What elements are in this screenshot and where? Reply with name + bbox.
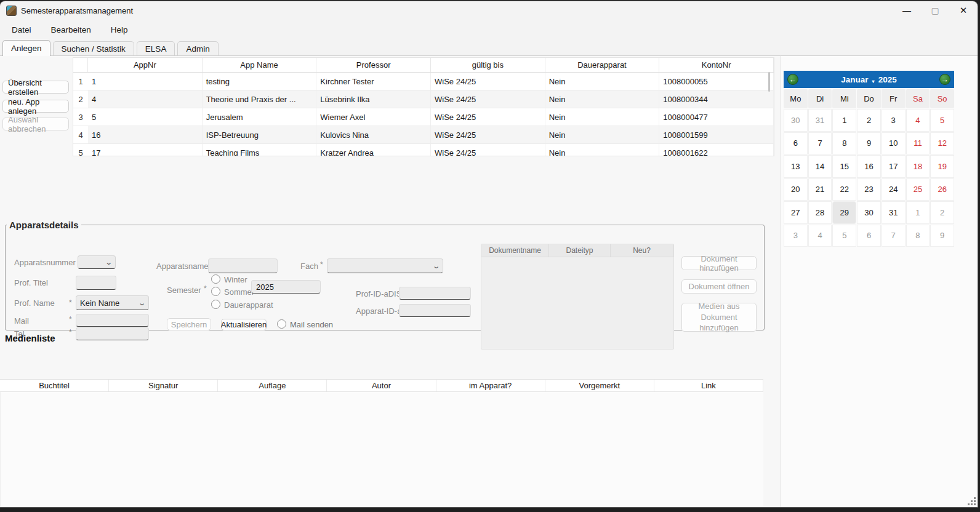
calendar-day[interactable]: 14 bbox=[808, 155, 832, 178]
calendar-month[interactable]: Januar bbox=[841, 75, 868, 84]
sidebar-button-3[interactable]: Auswahl abbrechen bbox=[2, 118, 69, 130]
minimize-button[interactable]: — bbox=[893, 1, 921, 20]
calendar-day[interactable]: 23 bbox=[857, 178, 881, 201]
calendar-day[interactable]: 3 bbox=[784, 225, 808, 247]
apps-table-scrollbar[interactable] bbox=[768, 58, 771, 154]
calendar-day[interactable]: 7 bbox=[808, 132, 832, 155]
table-row[interactable]: 416ISP-BetreuungKulovics NinaWiSe 24/25N… bbox=[73, 126, 774, 144]
apparatsname-input[interactable] bbox=[208, 258, 278, 273]
maximize-button[interactable]: ▢ bbox=[921, 1, 949, 20]
calendar-title[interactable]: Januar▾ 2025 bbox=[841, 75, 896, 84]
calendar-day[interactable]: 25 bbox=[906, 178, 930, 201]
medien-aus-dokument-button[interactable]: Medien aus Dokument hinzufügen bbox=[681, 303, 757, 332]
winter-radio[interactable] bbox=[211, 274, 220, 284]
prof-titel-input[interactable] bbox=[76, 276, 116, 290]
media-col-header[interactable]: im Apparat? bbox=[436, 380, 545, 391]
mail-senden-checkbox[interactable] bbox=[277, 319, 286, 329]
scrollbar-thumb[interactable] bbox=[768, 72, 770, 92]
calendar-day[interactable]: 30 bbox=[784, 109, 808, 132]
apps-col-header[interactable]: Dauerapparat bbox=[545, 58, 660, 72]
calendar-day[interactable]: 7 bbox=[882, 225, 906, 247]
calendar-day-today[interactable]: 29 bbox=[832, 201, 856, 224]
apps-col-header[interactable]: AppNr bbox=[88, 58, 203, 72]
doc-col-header[interactable]: Dateityp bbox=[549, 244, 611, 257]
calendar-next-icon[interactable]: → bbox=[939, 74, 950, 85]
calendar-day[interactable]: 6 bbox=[784, 132, 808, 155]
menu-item-bearbeiten[interactable]: Bearbeiten bbox=[49, 23, 94, 36]
media-col-header[interactable]: Link bbox=[654, 380, 763, 391]
calendar-day[interactable]: 30 bbox=[857, 201, 881, 224]
calendar-day[interactable]: 17 bbox=[882, 155, 906, 178]
dauerapparat-radio[interactable] bbox=[211, 300, 220, 309]
table-row[interactable]: 11testingKirchner TesterWiSe 24/25Nein10… bbox=[73, 73, 774, 90]
sidebar-button-2[interactable]: neu. App anlegen bbox=[2, 100, 69, 113]
calendar-day[interactable]: 5 bbox=[832, 225, 856, 247]
calendar-day[interactable]: 5 bbox=[930, 109, 954, 132]
speichern-button[interactable]: Speichern bbox=[167, 318, 211, 330]
apps-col-header[interactable]: KontoNr bbox=[659, 58, 774, 72]
table-row[interactable]: 35JerusalemWiemer AxelWiSe 24/25Nein1008… bbox=[73, 108, 774, 126]
menu-item-help[interactable]: Help bbox=[108, 23, 131, 36]
calendar-day[interactable]: 21 bbox=[808, 178, 832, 201]
calendar-day[interactable]: 31 bbox=[882, 201, 906, 224]
calendar-day[interactable]: 19 bbox=[930, 155, 954, 178]
apps-col-header[interactable]: App Name bbox=[203, 58, 317, 72]
calendar-day[interactable]: 2 bbox=[857, 109, 881, 132]
tab-elsa[interactable]: ELSA bbox=[137, 41, 175, 56]
calendar-day[interactable]: 6 bbox=[857, 225, 881, 247]
calendar-day[interactable]: 11 bbox=[906, 132, 930, 155]
documents-table[interactable]: DokumentnameDateitypNeu? bbox=[481, 244, 674, 350]
close-button[interactable]: ✕ bbox=[949, 1, 978, 20]
table-row[interactable]: 24Theorie und Praxis der ...Lüsebrink Il… bbox=[73, 90, 774, 108]
prof-id-adis-input[interactable] bbox=[399, 287, 471, 300]
calendar-day[interactable]: 15 bbox=[832, 155, 856, 178]
mail-input[interactable] bbox=[76, 314, 149, 327]
calendar-day[interactable]: 8 bbox=[832, 132, 856, 155]
calendar-day[interactable]: 28 bbox=[808, 201, 832, 224]
calendar-day[interactable]: 4 bbox=[906, 109, 930, 132]
media-col-header[interactable]: Auflage bbox=[218, 380, 327, 391]
media-col-header[interactable]: Buchtitel bbox=[0, 380, 109, 391]
doc-col-header[interactable]: Neu? bbox=[611, 244, 673, 257]
prof-name-combo[interactable]: Kein Name⌄ bbox=[76, 295, 149, 310]
apps-col-header[interactable]: Professor bbox=[316, 58, 431, 72]
apparat-id-adis-input[interactable] bbox=[399, 304, 471, 317]
media-col-header[interactable]: Signatur bbox=[109, 380, 218, 391]
calendar-day[interactable]: 31 bbox=[808, 109, 832, 132]
calendar-day[interactable]: 16 bbox=[857, 155, 881, 178]
semester-year-input[interactable]: 2025 bbox=[251, 280, 321, 294]
calendar-day[interactable]: 26 bbox=[930, 178, 954, 201]
resize-grip[interactable] bbox=[967, 497, 976, 505]
apps-col-header[interactable]: gültig bis bbox=[431, 58, 545, 72]
calendar-day[interactable]: 1 bbox=[832, 109, 856, 132]
calendar-day[interactable]: 3 bbox=[882, 109, 906, 132]
calendar-prev-icon[interactable]: ← bbox=[787, 74, 798, 85]
dokument-hinzufuegen-button[interactable]: Dokument hinzufügen bbox=[681, 256, 757, 270]
calendar-day[interactable]: 24 bbox=[882, 178, 906, 201]
calendar-day[interactable]: 4 bbox=[808, 225, 832, 247]
calendar-day[interactable]: 18 bbox=[906, 155, 930, 178]
tab-admin[interactable]: Admin bbox=[177, 41, 218, 56]
calendar-day[interactable]: 9 bbox=[857, 132, 881, 155]
sidebar-button-1[interactable]: Übersicht erstellen bbox=[2, 81, 69, 94]
calendar-day[interactable]: 10 bbox=[882, 132, 906, 155]
calendar-day[interactable]: 2 bbox=[930, 201, 954, 224]
doc-col-header[interactable]: Dokumentname bbox=[481, 244, 549, 257]
calendar-day[interactable]: 1 bbox=[906, 201, 930, 224]
aktualisieren-button[interactable]: Aktualisieren bbox=[221, 319, 267, 330]
calendar-day[interactable]: 13 bbox=[784, 155, 808, 178]
menu-item-datei[interactable]: Datei bbox=[9, 23, 34, 36]
dokument-oeffnen-button[interactable]: Dokument öffnen bbox=[681, 279, 757, 294]
tab-suchenstatistik[interactable]: Suchen / Statistik bbox=[53, 41, 134, 56]
apps-table[interactable]: AppNrApp NameProfessorgültig bisDauerapp… bbox=[73, 57, 774, 156]
calendar-day[interactable]: 8 bbox=[906, 225, 930, 247]
calendar-day[interactable]: 9 bbox=[930, 225, 954, 247]
tab-anlegen[interactable]: Anlegen bbox=[2, 40, 50, 56]
calendar-day[interactable]: 27 bbox=[784, 201, 808, 224]
media-col-header[interactable]: Autor bbox=[327, 380, 436, 391]
apparatsnummer-combo[interactable]: ⌄ bbox=[78, 255, 116, 269]
table-row[interactable]: 517Teaching FilmsKratzer AndreaWiSe 24/2… bbox=[73, 144, 774, 156]
media-col-header[interactable]: Vorgemerkt bbox=[545, 380, 654, 391]
calendar-year[interactable]: 2025 bbox=[878, 75, 897, 84]
sommer-radio[interactable] bbox=[211, 287, 220, 296]
